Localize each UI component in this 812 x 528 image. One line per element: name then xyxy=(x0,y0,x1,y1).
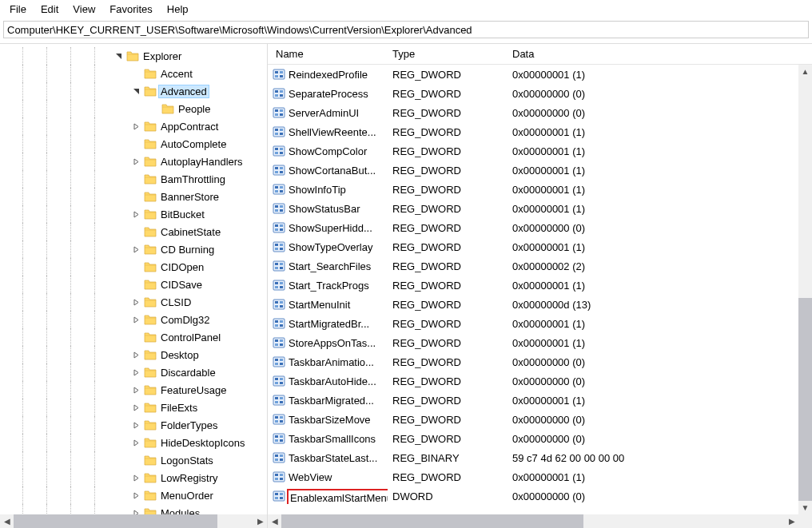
value-row[interactable]: TaskbarStateLast...REG_BINARY59 c7 4d 62… xyxy=(268,448,812,467)
list-hscroll-thumb[interactable] xyxy=(281,514,583,528)
tree-item[interactable]: CD Burning xyxy=(0,240,267,258)
menu-view[interactable]: View xyxy=(66,2,102,16)
tree-item[interactable]: LogonStats xyxy=(0,451,267,469)
tree-expander-icon[interactable] xyxy=(129,492,142,499)
value-row[interactable]: ShowCompColorREG_DWORD0x00000001 (1) xyxy=(268,141,812,161)
tree-item[interactable]: ControlPanel xyxy=(0,328,267,346)
list-vscroll-track[interactable] xyxy=(798,78,812,501)
tree-item[interactable]: AppContract xyxy=(0,117,267,135)
tree-item[interactable]: Advanced xyxy=(0,82,267,100)
scroll-up-arrow-icon[interactable]: ▲ xyxy=(798,65,812,78)
tree-expander-icon[interactable] xyxy=(129,404,142,411)
value-row[interactable]: Start_TrackProgsREG_DWORD0x00000001 (1) xyxy=(268,276,812,295)
tree-expander-icon[interactable] xyxy=(129,123,142,130)
value-name-cell[interactable]: ShowStatusBar xyxy=(268,200,388,216)
menu-file[interactable]: File xyxy=(3,2,33,16)
list-rows[interactable]: ReindexedProfileREG_DWORD0x00000001 (1)S… xyxy=(268,65,812,514)
value-row[interactable]: ShowSuperHidd...REG_DWORD0x00000000 (0) xyxy=(268,218,812,237)
tree-item[interactable]: CIDOpen xyxy=(0,258,267,276)
tree-expander-icon[interactable] xyxy=(129,369,142,376)
tree-expander-icon[interactable] xyxy=(129,474,142,482)
column-header-data[interactable]: Data xyxy=(508,45,798,63)
value-name-cell[interactable]: Start_TrackProgs xyxy=(268,277,388,293)
scroll-right-arrow-icon[interactable]: ▶ xyxy=(785,514,798,528)
tree-item[interactable]: HideDesktopIcons xyxy=(0,434,267,451)
tree-item[interactable]: Explorer xyxy=(0,47,267,65)
value-name-cell[interactable]: ShowCortanaBut... xyxy=(268,162,388,178)
scroll-left-arrow-icon[interactable]: ◀ xyxy=(268,514,281,528)
value-rename-input[interactable] xyxy=(287,489,388,504)
tree-item[interactable]: FeatureUsage xyxy=(0,381,267,399)
tree-item[interactable]: Accent xyxy=(0,65,267,82)
tree-item[interactable]: ComDlg32 xyxy=(0,311,267,328)
tree-expander-icon[interactable] xyxy=(129,88,142,95)
list-vertical-scrollbar[interactable]: ▲ ▼ xyxy=(798,65,812,514)
tree-item[interactable]: CLSID xyxy=(0,293,267,311)
value-name-cell[interactable]: StartMigratedBr... xyxy=(268,316,388,331)
value-name-cell[interactable]: ShowInfoTip xyxy=(268,181,388,197)
address-bar-input[interactable] xyxy=(3,21,809,38)
tree-item[interactable]: BitBucket xyxy=(0,205,267,223)
scroll-right-arrow-icon[interactable]: ▶ xyxy=(253,514,267,528)
tree-horizontal-scrollbar[interactable]: ◀ ▶ xyxy=(0,514,267,528)
tree-item[interactable]: Discardable xyxy=(0,363,267,381)
column-header-name[interactable]: Name xyxy=(268,45,388,63)
value-row[interactable]: TaskbarSmallIconsREG_DWORD0x00000000 (0) xyxy=(268,429,812,448)
tree-hscroll-track[interactable] xyxy=(14,514,253,528)
tree-item[interactable]: CabinetState xyxy=(0,223,267,240)
tree-expander-icon[interactable] xyxy=(129,158,142,165)
tree-item[interactable]: LowRegistry xyxy=(0,469,267,486)
value-name-cell[interactable]: ShowCompColor xyxy=(268,143,388,159)
tree-item[interactable]: BamThrottling xyxy=(0,170,267,188)
tree-item[interactable]: AutoComplete xyxy=(0,135,267,153)
value-row[interactable]: TaskbarMigrated...REG_DWORD0x00000001 (1… xyxy=(268,391,812,410)
tree-expander-icon[interactable] xyxy=(129,316,142,324)
tree-expander-icon[interactable] xyxy=(112,53,125,60)
value-row[interactable]: TaskbarAutoHide...REG_DWORD0x00000000 (0… xyxy=(268,371,812,391)
tree-item[interactable]: AutoplayHandlers xyxy=(0,153,267,170)
value-name-cell[interactable]: ShowSuperHidd... xyxy=(268,220,388,236)
tree-content[interactable]: ExplorerAccentAdvancedPeopleAppContractA… xyxy=(0,44,267,514)
value-name-cell[interactable]: Start_SearchFiles xyxy=(268,258,388,274)
value-name-cell[interactable]: ShellViewReente... xyxy=(268,124,388,140)
value-name-cell[interactable]: SeparateProcess xyxy=(268,85,388,101)
tree-expander-icon[interactable] xyxy=(129,422,142,429)
value-name-cell[interactable]: ServerAdminUI xyxy=(268,105,388,121)
value-row[interactable]: ShowStatusBarREG_DWORD0x00000001 (1) xyxy=(268,199,812,218)
tree-expander-icon[interactable] xyxy=(129,299,142,306)
tree-hscroll-thumb[interactable] xyxy=(14,514,217,528)
value-row[interactable]: ShowInfoTipREG_DWORD0x00000001 (1) xyxy=(268,180,812,199)
value-row[interactable]: ServerAdminUIREG_DWORD0x00000000 (0) xyxy=(268,103,812,122)
value-row[interactable]: StartMigratedBr...REG_DWORD0x00000001 (1… xyxy=(268,314,812,333)
column-header-type[interactable]: Type xyxy=(388,45,508,63)
tree-item[interactable]: FolderTypes xyxy=(0,416,267,434)
value-row[interactable]: TaskbarSizeMoveREG_DWORD0x00000000 (0) xyxy=(268,410,812,429)
tree-item[interactable]: BannerStore xyxy=(0,188,267,205)
tree-item[interactable]: MenuOrder xyxy=(0,486,267,504)
value-name-cell[interactable]: StoreAppsOnTas... xyxy=(268,335,388,351)
tree-item[interactable]: FileExts xyxy=(0,399,267,416)
tree-expander-icon[interactable] xyxy=(129,246,142,253)
value-row[interactable]: SeparateProcessREG_DWORD0x00000000 (0) xyxy=(268,84,812,103)
value-row[interactable]: StartMenuInitREG_DWORD0x0000000d (13) xyxy=(268,295,812,314)
tree-item[interactable]: Desktop xyxy=(0,346,267,363)
tree-expander-icon[interactable] xyxy=(129,351,142,359)
value-name-cell[interactable]: TaskbarStateLast... xyxy=(268,450,388,466)
value-row[interactable]: ShowTypeOverlayREG_DWORD0x00000001 (1) xyxy=(268,237,812,256)
tree-expander-icon[interactable] xyxy=(129,439,142,447)
tree-expander-icon[interactable] xyxy=(129,211,142,218)
value-row[interactable]: WebViewREG_DWORD0x00000001 (1) xyxy=(268,467,812,486)
value-row[interactable]: Start_SearchFilesREG_DWORD0x00000002 (2) xyxy=(268,256,812,276)
value-name-cell[interactable]: TaskbarSizeMove xyxy=(268,411,388,427)
value-name-cell[interactable]: TaskbarMigrated... xyxy=(268,392,388,408)
value-name-cell[interactable]: ShowTypeOverlay xyxy=(268,239,388,255)
value-row[interactable]: ReindexedProfileREG_DWORD0x00000001 (1) xyxy=(268,65,812,84)
scroll-down-arrow-icon[interactable]: ▼ xyxy=(798,501,812,514)
tree-expander-icon[interactable] xyxy=(129,387,142,394)
tree-item[interactable]: CIDSave xyxy=(0,276,267,293)
scroll-left-arrow-icon[interactable]: ◀ xyxy=(0,514,14,528)
tree-item[interactable]: People xyxy=(0,100,267,117)
menu-help[interactable]: Help xyxy=(161,2,195,16)
value-name-cell[interactable]: EnablexamlStartMenu xyxy=(268,488,388,504)
value-row[interactable]: ShellViewReente...REG_DWORD0x00000001 (1… xyxy=(268,122,812,141)
